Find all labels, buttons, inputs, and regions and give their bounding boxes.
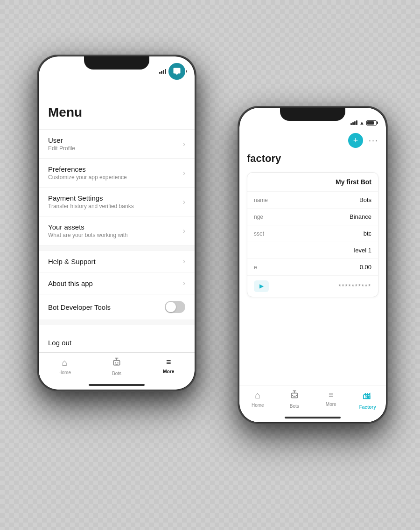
menu-item-help[interactable]: Help & Support › xyxy=(39,251,195,272)
phone2-signal xyxy=(350,120,357,125)
factory-icon-p2 xyxy=(363,390,373,403)
phone2-status-icons: ▲ xyxy=(350,120,377,126)
signal-bar-1 xyxy=(350,123,352,125)
svg-rect-3 xyxy=(369,396,370,399)
bot-row-4: e 0.00 xyxy=(247,259,378,276)
bot-row-3: level 1 xyxy=(247,242,378,259)
add-bot-button[interactable]: + xyxy=(348,133,363,148)
bot-row-action: ▶ ********** xyxy=(247,276,378,297)
phone1-screen: ▲ Menu xyxy=(39,56,195,390)
menu-item-about[interactable]: About this app › xyxy=(39,272,195,294)
svg-point-7 xyxy=(117,362,119,363)
phone1-tab-more[interactable]: ≡ More xyxy=(143,357,195,374)
menu-item-payment-subtitle: Transfer history and verified banks xyxy=(48,203,183,209)
phone2-device: ▲ + ··· factory xyxy=(238,106,387,424)
factory-page-title: factory xyxy=(239,153,386,172)
chevron-icon-help: › xyxy=(183,257,185,265)
menu-section-support: Help & Support › About this app › xyxy=(39,250,195,320)
bot-label-exchange: nge xyxy=(254,214,263,220)
menu-item-user[interactable]: User Edit Profile › xyxy=(39,130,195,159)
bot-value-exchange: Binance xyxy=(350,213,371,220)
chevron-icon-user: › xyxy=(183,140,185,148)
menu-item-help-title: Help & Support xyxy=(48,258,183,265)
svg-point-1 xyxy=(292,395,293,396)
signal-bar-2 xyxy=(352,122,354,125)
phone2-tab-bots[interactable]: Bots xyxy=(276,390,313,409)
menu-item-about-content: About this app xyxy=(48,279,183,287)
more-options-button[interactable]: ··· xyxy=(369,136,378,146)
bot-label-amount: e xyxy=(254,264,257,271)
menu-item-help-content: Help & Support xyxy=(48,258,183,265)
chat-button[interactable] xyxy=(168,63,185,80)
menu-item-assets[interactable]: Your assets What are your bots working w… xyxy=(39,216,195,245)
bot-value-secret: ********** xyxy=(338,283,371,290)
bot-value-level: level 1 xyxy=(354,247,371,254)
bots-icon-p2 xyxy=(290,390,299,402)
chevron-icon-preferences: › xyxy=(183,169,185,177)
phone1-tab-bots[interactable]: Bots xyxy=(91,357,142,376)
phone2-home-indicator xyxy=(285,417,341,418)
signal-bar-3 xyxy=(354,121,356,125)
signal-bar-p1-3 xyxy=(163,70,164,74)
phone2-frame: ▲ + ··· factory xyxy=(238,106,387,424)
menu-item-assets-content: Your assets What are your bots working w… xyxy=(48,223,183,238)
phone2-screen-content: + ··· factory My first Bot name Bots xyxy=(239,128,386,385)
svg-rect-4 xyxy=(366,396,367,399)
bot-row-2: sset btc xyxy=(247,225,378,242)
bot-value-amount: 0.00 xyxy=(360,264,371,271)
more-label-p2: More xyxy=(326,402,336,407)
bot-label-asset: sset xyxy=(254,230,264,237)
logout-text: Log out xyxy=(48,339,185,347)
phone1-notch xyxy=(84,56,149,70)
menu-item-user-subtitle: Edit Profile xyxy=(48,145,183,152)
phone2-tab-more[interactable]: ≡ More xyxy=(313,390,350,407)
phone1-device: ▲ Menu xyxy=(37,55,196,391)
phone2-battery-icon xyxy=(366,120,377,126)
bot-label-name: name xyxy=(254,197,268,203)
section-divider-1 xyxy=(39,245,195,250)
factory-label-p2: Factory xyxy=(359,404,376,410)
phone2-screen: ▲ + ··· factory xyxy=(239,108,386,422)
section-divider-2 xyxy=(39,320,195,325)
bot-name-value: My first Bot xyxy=(336,178,371,186)
menu-item-preferences[interactable]: Preferences Customize your app experienc… xyxy=(39,159,195,188)
phone1-frame: ▲ Menu xyxy=(37,55,196,391)
home-icon-p2: ⌂ xyxy=(255,390,260,401)
menu-item-payment-title: Payment Settings xyxy=(48,194,183,202)
menu-item-user-title: User xyxy=(48,136,183,144)
menu-item-preferences-title: Preferences xyxy=(48,165,183,173)
phone1-home-indicator xyxy=(89,384,145,386)
phone2-notch xyxy=(280,108,345,121)
phone2-inner: ▲ + ··· factory xyxy=(239,108,386,422)
menu-item-preferences-content: Preferences Customize your app experienc… xyxy=(48,165,183,181)
phone2-toolbar: + ··· xyxy=(239,128,386,153)
home-label-p1: Home xyxy=(58,370,71,375)
menu-item-devtools-title: Bot Developer Tools xyxy=(48,303,165,311)
home-icon-p1: ⌂ xyxy=(62,357,68,368)
bot-value-asset: btc xyxy=(364,230,371,237)
menu-item-user-content: User Edit Profile xyxy=(48,136,183,152)
start-button[interactable]: ▶ xyxy=(254,280,269,292)
bots-label-p1: Bots xyxy=(112,371,121,376)
menu-title: Menu xyxy=(39,77,195,129)
phone2-tab-home[interactable]: ⌂ Home xyxy=(239,390,276,408)
menu-item-devtools-content: Bot Developer Tools xyxy=(48,303,165,311)
signal-bar-p1-4 xyxy=(165,69,166,74)
menu-item-payment[interactable]: Payment Settings Transfer history and ve… xyxy=(39,188,195,216)
more-icon-p2: ≡ xyxy=(329,390,334,400)
phone2-tab-factory[interactable]: Factory xyxy=(350,390,386,410)
logout-item[interactable]: Log out xyxy=(39,329,195,352)
signal-bar-4 xyxy=(356,120,357,125)
phone2-battery-fill xyxy=(367,121,374,125)
signal-bar-p1-1 xyxy=(159,72,161,74)
more-label-p1: More xyxy=(163,369,174,374)
bot-row-0: name Bots xyxy=(247,192,378,209)
phone1-tab-home[interactable]: ⌂ Home xyxy=(39,357,91,375)
menu-item-devtools[interactable]: Bot Developer Tools xyxy=(39,294,195,320)
chevron-icon-assets: › xyxy=(183,227,185,235)
phone1-screen-content: Menu User Edit Profile › xyxy=(39,77,195,352)
chevron-icon-payment: › xyxy=(183,198,185,206)
menu-item-payment-content: Payment Settings Transfer history and ve… xyxy=(48,194,183,209)
devtools-toggle[interactable] xyxy=(165,301,185,313)
svg-point-6 xyxy=(115,362,116,363)
